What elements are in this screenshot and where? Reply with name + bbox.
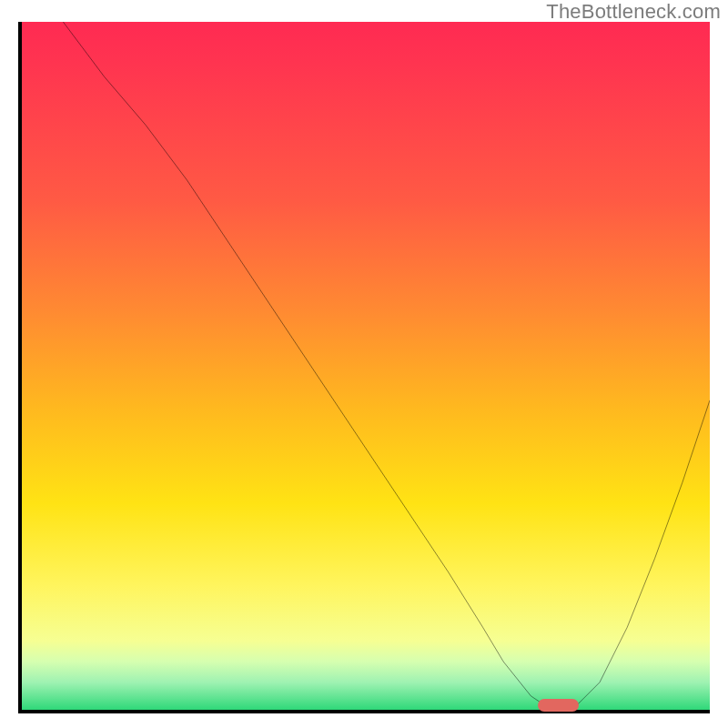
bottleneck-curve (22, 22, 710, 710)
optimum-marker (538, 699, 579, 712)
chart-container: TheBottleneck.com (0, 0, 728, 728)
watermark-text: TheBottleneck.com (546, 0, 721, 24)
plot-area (18, 22, 710, 713)
